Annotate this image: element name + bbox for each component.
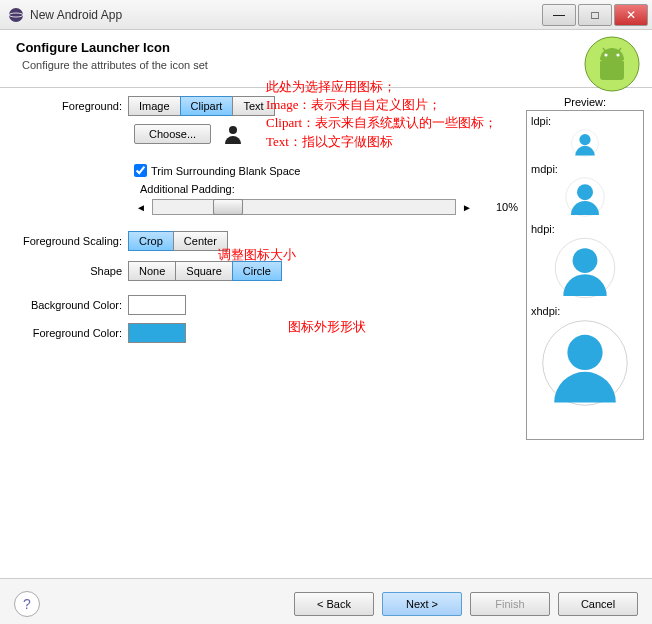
bgcolor-label: Background Color: <box>8 299 128 311</box>
foreground-toggle: Image Clipart Text <box>128 96 275 116</box>
slider-right-arrow[interactable]: ► <box>460 202 474 213</box>
padding-slider[interactable] <box>152 199 456 215</box>
slider-thumb[interactable] <box>213 199 243 215</box>
page-title: Configure Launcher Icon <box>16 40 636 55</box>
preview-pane: Preview: ldpi:mdpi:hdpi:xhdpi: <box>526 96 644 570</box>
foreground-image-button[interactable]: Image <box>128 96 180 116</box>
annotation-shape: 图标外形形状 <box>288 318 366 336</box>
back-button[interactable]: < Back <box>294 592 374 616</box>
titlebar: New Android App — □ ✕ <box>0 0 652 30</box>
scaling-crop-button[interactable]: Crop <box>128 231 173 251</box>
shape-label: Shape <box>8 265 128 277</box>
preview-item-hdpi: hdpi: <box>531 223 639 299</box>
page-subtitle: Configure the attributes of the icon set <box>22 59 636 71</box>
svg-point-12 <box>577 184 593 200</box>
fgcolor-swatch[interactable] <box>128 323 186 343</box>
android-icon <box>584 36 640 92</box>
preview-item-xhdpi: xhdpi: <box>531 305 639 407</box>
svg-point-14 <box>573 248 598 273</box>
main-form: Foreground: Image Clipart Text Choose...… <box>8 96 518 570</box>
maximize-button[interactable]: □ <box>578 4 612 26</box>
svg-point-16 <box>567 335 602 370</box>
window-title: New Android App <box>30 8 542 22</box>
padding-label: Additional Padding: <box>140 183 518 195</box>
shape-none-button[interactable]: None <box>128 261 175 281</box>
finish-button[interactable]: Finish <box>470 592 550 616</box>
preview-item-ldpi: ldpi: <box>531 115 639 157</box>
svg-rect-3 <box>600 60 624 80</box>
svg-point-10 <box>579 134 590 145</box>
person-icon <box>223 124 243 144</box>
preview-size-label: ldpi: <box>531 115 639 127</box>
scaling-toggle: Crop Center <box>128 231 228 251</box>
next-button[interactable]: Next > <box>382 592 462 616</box>
svg-point-8 <box>229 126 237 134</box>
choose-button[interactable]: Choose... <box>134 124 211 144</box>
preview-box: ldpi:mdpi:hdpi:xhdpi: <box>526 110 644 440</box>
preview-icon <box>571 129 599 157</box>
padding-value: 10% <box>478 201 518 213</box>
close-button[interactable]: ✕ <box>614 4 648 26</box>
eclipse-icon <box>8 7 24 23</box>
foreground-clipart-button[interactable]: Clipart <box>180 96 233 116</box>
trim-checkbox[interactable] <box>134 164 147 177</box>
fgcolor-label: Foreground Color: <box>8 327 128 339</box>
foreground-label: Foreground: <box>8 100 128 112</box>
preview-icon <box>554 237 616 299</box>
preview-size-label: hdpi: <box>531 223 639 235</box>
preview-item-mdpi: mdpi: <box>531 163 639 217</box>
svg-point-0 <box>9 8 23 22</box>
preview-size-label: mdpi: <box>531 163 639 175</box>
svg-point-4 <box>604 53 607 56</box>
preview-size-label: xhdpi: <box>531 305 639 317</box>
bgcolor-swatch[interactable] <box>128 295 186 315</box>
help-button[interactable]: ? <box>14 591 40 617</box>
scaling-label: Foreground Scaling: <box>8 235 128 247</box>
wizard-footer: ? < Back Next > Finish Cancel <box>0 578 652 624</box>
annotation-foreground: 此处为选择应用图标； Image：表示来自自定义图片； Clipart：表示来自… <box>266 78 497 151</box>
preview-icon <box>541 319 629 407</box>
preview-label: Preview: <box>526 96 644 108</box>
preview-icon <box>565 177 605 217</box>
cancel-button[interactable]: Cancel <box>558 592 638 616</box>
annotation-padding: 调整图标大小 <box>218 246 296 264</box>
minimize-button[interactable]: — <box>542 4 576 26</box>
svg-point-5 <box>616 53 619 56</box>
trim-label: Trim Surrounding Blank Space <box>151 165 300 177</box>
slider-left-arrow[interactable]: ◄ <box>134 202 148 213</box>
